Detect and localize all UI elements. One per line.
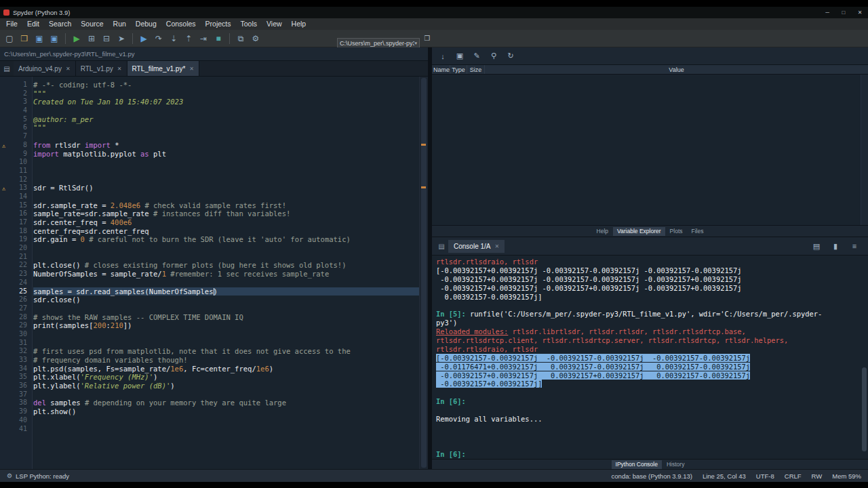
line-number[interactable]: 27 <box>0 304 32 313</box>
line-number[interactable]: 32 <box>0 347 32 356</box>
console-line[interactable]: rtlsdr.rtlsdrtcp.client, rtlsdr.rtlsdrtc… <box>436 336 868 345</box>
run-cell-icon[interactable]: ⊞ <box>85 32 98 45</box>
editor-line[interactable]: """ <box>33 89 419 98</box>
editor-line[interactable]: plt.ylabel('Relative power (dB)') <box>33 382 419 390</box>
editor-line[interactable] <box>33 330 419 339</box>
column-header-name[interactable]: Name▲ <box>432 65 450 74</box>
menu-search[interactable]: Search <box>44 18 76 30</box>
editor-line[interactable] <box>33 425 419 434</box>
console-line[interactable] <box>436 388 868 397</box>
line-number[interactable]: 26 <box>0 296 32 304</box>
line-number[interactable]: 28 <box>0 313 32 322</box>
column-header-type[interactable]: Type <box>450 65 467 74</box>
line-number[interactable]: 20 <box>0 244 32 253</box>
editor-tab-rtl-filme-v1-py[interactable]: RTL_filme_v1.py*✕ <box>127 61 199 76</box>
editor-line[interactable] <box>33 106 419 115</box>
close-button[interactable]: ✕ <box>852 7 868 18</box>
console-line[interactable] <box>436 441 868 450</box>
stop-debug-icon[interactable]: ■ <box>212 32 225 45</box>
line-number[interactable]: 36 <box>0 382 32 390</box>
console-line[interactable]: -0.00392157+0.00392157j] <box>436 380 868 388</box>
variable-explorer-scrollbar[interactable] <box>861 75 868 225</box>
save-data-as-icon[interactable]: ✎ <box>471 51 482 62</box>
menu-tools[interactable]: Tools <box>236 18 262 30</box>
menu-edit[interactable]: Edit <box>22 18 44 30</box>
editor-line[interactable]: samples = sdr.read_samples(NumberOfSampl… <box>33 287 419 296</box>
editor-line[interactable]: plt.psd(samples, Fs=sample_rate/1e6, Fc=… <box>33 365 419 373</box>
editor-line[interactable] <box>33 158 419 167</box>
console-env-status-icon[interactable]: ▤ <box>811 241 822 251</box>
close-tab-icon[interactable]: ✕ <box>189 66 194 72</box>
line-number[interactable]: 19 <box>0 235 32 244</box>
line-number[interactable]: 9 <box>0 150 32 159</box>
editor-line[interactable]: print(samples[200:210]) <box>33 321 419 330</box>
console-line[interactable]: rtlsdr.rtlsdraio, rtlsdr <box>436 345 868 354</box>
column-header-size[interactable]: Size <box>467 65 485 74</box>
maximize-button[interactable]: □ <box>835 7 852 18</box>
line-number[interactable]: 22 <box>0 261 32 270</box>
run-cell-advance-icon[interactable]: ⊟ <box>100 32 113 45</box>
close-tab-icon[interactable]: ✕ <box>494 243 499 249</box>
console-line[interactable]: [-0.00392157-0.00392157j -0.00392157-0.0… <box>436 354 868 363</box>
line-number[interactable]: 35 <box>0 373 32 382</box>
save-all-icon[interactable]: ▣ <box>47 32 61 45</box>
step-out-icon[interactable]: ⇡ <box>182 32 195 45</box>
console-line[interactable]: Removing all variables... <box>436 415 868 424</box>
browse-tabs-icon[interactable]: ▤ <box>0 61 14 76</box>
console-line[interactable]: -0.00392157+0.00392157j -0.00392157-0.00… <box>436 275 868 284</box>
menu-projects[interactable]: Projects <box>201 18 236 30</box>
editor-line[interactable]: plt.show() <box>33 407 419 416</box>
pane-tab-plots[interactable]: Plots <box>666 227 687 236</box>
console-output[interactable]: rtlsdr.rtlsdraio, rtlsdr[-0.00392157+0.0… <box>432 256 868 459</box>
console-line[interactable] <box>436 424 868 432</box>
editor-tab-rtl-v1-py[interactable]: RTL_v1.py✕ <box>76 61 127 76</box>
line-number[interactable]: 25 <box>0 287 32 296</box>
editor-line[interactable]: plt.close() # closes existing former plo… <box>33 261 419 270</box>
editor-line[interactable]: # frequency domain variables though! <box>33 356 419 365</box>
menu-help[interactable]: Help <box>287 18 311 30</box>
line-number[interactable]: 31 <box>0 339 32 348</box>
line-number[interactable]: 21 <box>0 253 32 262</box>
editor-scrollbar[interactable] <box>419 77 428 469</box>
editor-line[interactable] <box>33 244 419 253</box>
pane-tab-variable-explorer[interactable]: Variable Explorer <box>613 227 665 236</box>
editor-line[interactable]: from rtlsdr import * <box>33 141 419 150</box>
line-number[interactable]: 1 <box>0 81 32 89</box>
pane-tab-ipython-console[interactable]: IPython Console <box>612 460 662 469</box>
editor-line[interactable]: # first uses psd from matplotlib, note t… <box>33 347 419 356</box>
console-scrollbar[interactable] <box>861 257 867 458</box>
editor-body[interactable]: 1234567⚠89101112⚠13141516171819202122232… <box>0 77 428 469</box>
browse-working-dir-icon[interactable]: ❒ <box>422 33 433 43</box>
line-number[interactable]: ⚠8 <box>0 141 32 150</box>
console-line[interactable]: [-0.00392157+0.00392157j -0.00392157-0.0… <box>436 266 868 275</box>
run-selection-icon[interactable]: ➤ <box>115 32 128 45</box>
search-icon[interactable]: ⚲ <box>488 51 499 62</box>
import-data-icon[interactable]: ↓ <box>437 51 448 62</box>
console-line[interactable]: rtlsdr.rtlsdraio, rtlsdr <box>436 258 868 266</box>
editor-line[interactable]: sample_rate=sdr.sample_rate # instances … <box>33 209 419 218</box>
editor-line[interactable]: """ <box>33 123 419 132</box>
new-window-icon[interactable]: ⧉ <box>234 32 248 45</box>
pane-tab-history[interactable]: History <box>663 460 688 469</box>
console-line[interactable]: -0.01176471+0.00392157j 0.00392157-0.003… <box>436 363 868 371</box>
console-line[interactable]: In [6]: <box>436 450 868 459</box>
line-number[interactable]: 14 <box>0 192 32 201</box>
save-file-icon[interactable]: ▣ <box>33 32 46 45</box>
editor-line[interactable]: sdr.gain = 0 # careful not to burn the S… <box>33 235 419 244</box>
console-line[interactable]: In [5]: runfile('C:/Users/m_per/.spyder-… <box>436 310 868 319</box>
line-number[interactable]: 41 <box>0 425 32 434</box>
close-tab-icon[interactable]: ✕ <box>66 66 71 72</box>
editor-line[interactable]: Created on Tue Jan 10 15:40:07 2023 <box>33 98 419 106</box>
chevron-down-icon[interactable]: ▾ <box>414 41 417 46</box>
console-line[interactable]: -0.00392157+0.00392157j 0.00392157+0.003… <box>436 371 868 380</box>
new-file-icon[interactable]: ▢ <box>3 32 16 45</box>
line-number[interactable]: 29 <box>0 321 32 330</box>
console-line[interactable]: Reloaded modules: rtlsdr.librtlsdr, rtls… <box>436 327 868 336</box>
line-number[interactable]: 33 <box>0 356 32 365</box>
console-line[interactable]: py3') <box>436 319 868 327</box>
menu-consoles[interactable]: Consoles <box>161 18 201 30</box>
line-number[interactable]: 3 <box>0 98 32 106</box>
editor-line[interactable]: # -*- coding: utf-8 -*- <box>33 81 419 89</box>
save-data-icon[interactable]: ▣ <box>454 51 465 62</box>
editor-line[interactable] <box>33 390 419 399</box>
